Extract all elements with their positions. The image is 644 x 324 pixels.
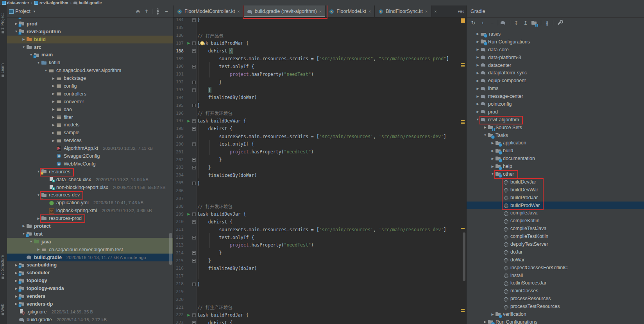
tree-item-algorithmapp-kt[interactable]: AlgorithmApp.kt2020/1/10 10:32, 7.11 kB (7, 144, 173, 152)
expand-arrow[interactable]: ▶ (475, 40, 480, 43)
tree-item-revit-algorithm[interactable]: ▼revit-algorithm (467, 116, 644, 124)
tree-item-depolytestserver[interactable]: depolyTestServer (467, 240, 644, 248)
expand-arrow[interactable]: ▼ (21, 45, 26, 49)
expand-arrow[interactable]: ▶ (36, 217, 41, 220)
tree-item-build-gradle[interactable]: build.gradle2020/5/14 14:15, 2.72 kB (7, 316, 173, 324)
offline-mode-icon[interactable]: ∦ (542, 19, 552, 27)
expand-arrow[interactable]: ▶ (490, 157, 495, 160)
tab-floormodel-kt[interactable]: FloorModel.kt× (326, 5, 375, 17)
tree-item-processresources[interactable]: processResources (467, 295, 644, 302)
tree-item-dowar[interactable]: doWar (467, 256, 644, 264)
tree-item-other[interactable]: ▼other (467, 170, 644, 178)
expand-arrow[interactable]: ▼ (43, 69, 48, 72)
expand-arrow[interactable]: ▶ (490, 149, 495, 153)
tree-item-compiletestjava[interactable]: compileTestJava (467, 225, 644, 232)
tree-item-application-yml[interactable]: application.yml2020/6/16 10:41, 7.46 kB (7, 199, 173, 207)
tree-item-backstage[interactable]: ▶backstage (7, 74, 173, 82)
close-icon[interactable]: × (319, 9, 322, 14)
close-icon[interactable]: × (369, 9, 371, 14)
expand-arrow[interactable]: ▶ (51, 139, 56, 142)
expand-arrow[interactable]: ▶ (51, 108, 56, 111)
tree-item-cn-sagacloud-server-algorithm-test[interactable]: ▶cn.sagacloud.server.algorithm.test (7, 246, 173, 254)
expand-arrow[interactable]: ▼ (490, 172, 495, 176)
remove-icon[interactable]: − (487, 19, 497, 27)
tool-window-button-learn[interactable]: Learn (0, 63, 5, 78)
tab-bindfloorsync-kt[interactable]: BindFloorSync.kt× (375, 5, 431, 17)
expand-arrow[interactable]: ▶ (475, 87, 480, 90)
expand-arrow[interactable]: ▶ (475, 56, 480, 59)
tree-item-help[interactable]: ▶help (467, 162, 644, 170)
close-icon[interactable]: × (431, 5, 439, 17)
tree-item-dao[interactable]: ▶dao (7, 106, 173, 113)
tool-window-button-1-project[interactable]: 1: Project (0, 13, 5, 34)
tree-item-sample[interactable]: ▶sample (7, 129, 173, 137)
tree-item-equip-component[interactable]: ▶equip-component (467, 77, 644, 85)
tree-item-scanbuilding[interactable]: ▶scanbuilding (7, 261, 173, 269)
tree-item-swagger2config[interactable]: Swagger2Config (7, 152, 173, 160)
tree-item-application[interactable]: ▶application (467, 139, 644, 147)
expand-arrow[interactable]: ▶ (51, 92, 56, 95)
editor-error-stripe[interactable] (460, 18, 466, 324)
tool-window-button-7-structure[interactable]: 7: Structure (0, 255, 5, 280)
run-gradle-task-icon[interactable] (499, 19, 509, 27)
tree-item-venders[interactable]: ▶venders (7, 292, 173, 300)
code-editor[interactable]: 184}185186// 打产品包187▶task buildProdWar {… (174, 18, 460, 324)
expand-arrow[interactable]: ▶ (51, 100, 56, 103)
tree-item-build[interactable]: ▶build (7, 36, 173, 43)
tree-item-run-configurations[interactable]: ▶Run Configurations (467, 318, 644, 324)
intention-bulb-icon[interactable] (200, 41, 204, 45)
project-scrollbar-thumb[interactable] (169, 233, 172, 265)
tree-item-test[interactable]: ▼test (7, 230, 173, 238)
settings-wrench-icon[interactable] (555, 19, 564, 27)
tree-item-kotlin[interactable]: ▼kotlin (7, 59, 173, 67)
tree-item-install[interactable]: install (467, 272, 644, 279)
tree-item-run-configurations[interactable]: ▶Run Configurations (467, 38, 644, 46)
expand-arrow[interactable]: ▼ (475, 118, 480, 121)
tree-item-tasks[interactable]: ▼Tasks (467, 131, 644, 139)
expand-arrow[interactable]: ▶ (51, 123, 56, 127)
tree-item-processtestresources[interactable]: processTestResources (467, 302, 644, 310)
tree-item-verification[interactable]: ▶verification (467, 310, 644, 318)
tree-item-logback-spring-xml[interactable]: logback-spring.xml2020/1/10 10:32, 3.69 … (7, 207, 173, 214)
expand-arrow[interactable]: ▶ (21, 38, 26, 41)
tree-item-data-check-xlsx[interactable]: data_check.xlsx2020/1/10 10:32, 14.94 kB (7, 176, 173, 184)
tab-build-gradle-revit-algorithm[interactable]: build.gradle (:revit-algorithm)× (244, 5, 326, 17)
expand-all-icon[interactable]: ↧ (512, 19, 521, 27)
run-task-icon[interactable]: ▶ (186, 41, 191, 45)
expand-arrow[interactable]: ▼ (483, 133, 488, 137)
chevron-down-icon[interactable]: ▼ (33, 10, 36, 13)
tree-item-buildprodjar[interactable]: buildProdJar (467, 194, 644, 202)
tab-floormodelcontroller-kt[interactable]: FloorModelController.kt× (174, 5, 244, 17)
expand-arrow[interactable]: ▶ (51, 77, 56, 80)
breadcrumb-item-build-gradle[interactable]: build.gradle (73, 0, 102, 5)
refresh-icon[interactable]: ↻ (469, 19, 478, 27)
tree-item-buildprodwar[interactable]: buildProdWar (467, 202, 644, 209)
tree-item-webmvcconfg[interactable]: WebMvcConfg (7, 160, 173, 168)
expand-arrow[interactable]: ▼ (36, 61, 41, 65)
tree-item-tasks[interactable]: ▶Tasks (467, 33, 644, 38)
close-icon[interactable]: × (237, 9, 240, 14)
tree-item-kotlinsourcesjar[interactable]: kotlinSourcesJar (467, 279, 644, 287)
tree-item-source-sets[interactable]: ▶Source Sets (467, 124, 644, 131)
tree-item-cn-sagacloud-server-algorithm[interactable]: ▼cn.sagacloud.server.algorithm (7, 67, 173, 74)
expand-arrow[interactable]: ▶ (475, 48, 480, 51)
tree-item-compilekotlin[interactable]: compileKotlin (467, 217, 644, 225)
tree-item-topology[interactable]: ▶topology (7, 277, 173, 284)
expand-arrow[interactable]: ▶ (475, 102, 480, 106)
tree-item-config[interactable]: ▶config (7, 82, 173, 90)
expand-arrow[interactable]: ▶ (475, 33, 480, 36)
tree-item-compiletestkotlin[interactable]: compileTestKotlin (467, 232, 644, 240)
tree-item-converter[interactable]: ▶converter (7, 98, 173, 106)
tree-item-controllers[interactable]: ▶controllers (7, 90, 173, 98)
tree-item-resources-dev[interactable]: ▼resources-dev (7, 191, 173, 199)
expand-arrow[interactable]: ▶ (475, 110, 480, 113)
expand-arrow[interactable]: ▼ (29, 240, 34, 243)
editor-area[interactable]: FloorModelController.kt×build.gradle (:r… (174, 5, 466, 324)
tree-item-pointconfig[interactable]: ▶pointconfig (467, 100, 644, 108)
tree-item-resources[interactable]: ▼resources (7, 168, 173, 176)
tree-item-data-core[interactable]: ▶data-core (467, 46, 644, 54)
tree-item-message-center[interactable]: ▶message-center (467, 92, 644, 100)
hide-icon[interactable]: − (162, 9, 171, 14)
expand-arrow[interactable]: ▶ (51, 115, 56, 119)
tree-item-prod[interactable]: ▶prod (7, 20, 173, 28)
